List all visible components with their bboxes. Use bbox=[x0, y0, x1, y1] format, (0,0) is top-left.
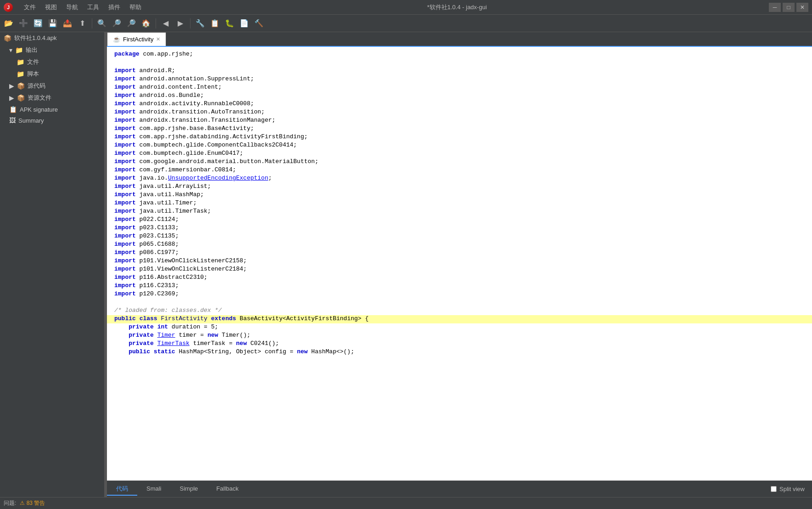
settings-button[interactable]: 🔨 bbox=[252, 17, 266, 30]
menu-help[interactable]: 帮助 bbox=[126, 2, 145, 12]
keyword: public bbox=[114, 348, 150, 356]
sidebar-item-output[interactable]: ▾ 📁 输出 bbox=[0, 44, 104, 56]
keyword: new bbox=[236, 340, 246, 348]
sidebar-item-apk-signature[interactable]: 📋 APK signature bbox=[0, 104, 104, 115]
debug-button[interactable]: 🐛 bbox=[223, 17, 236, 30]
code-text: java.util.ArrayList; bbox=[136, 183, 211, 191]
sidebar-item-files[interactable]: 📁 文件 bbox=[0, 56, 104, 68]
menu-file[interactable]: 文件 bbox=[20, 2, 39, 12]
close-button[interactable]: ✕ bbox=[796, 3, 808, 12]
home-button[interactable]: 🏠 bbox=[139, 17, 153, 30]
keyword: import bbox=[114, 67, 136, 75]
code-line-28: import p116.AbstractC2310; bbox=[107, 274, 812, 282]
code-line-20: import java.util.TimerTask; bbox=[107, 208, 812, 216]
smali-button[interactable]: 📋 bbox=[208, 17, 222, 30]
keyword: import bbox=[114, 199, 136, 208]
open-button[interactable]: 📂 bbox=[2, 17, 16, 30]
sidebar-item-resources[interactable]: ▶ 📦 资源文件 bbox=[0, 92, 104, 104]
bottom-tab-bar: 代码 Smali Simple Fallback Split view bbox=[107, 481, 812, 497]
sidebar-root-label: 软件社1.0.4.apk bbox=[14, 34, 57, 42]
window-title: *软件社1.0.4 - jadx-gui bbox=[145, 3, 769, 11]
export-gradle-button[interactable]: ⬆ bbox=[75, 17, 89, 30]
tab-smali[interactable]: Smali bbox=[137, 483, 171, 495]
sidebar-label-resources: 资源文件 bbox=[28, 94, 51, 102]
keyword: import bbox=[114, 150, 136, 158]
code-text bbox=[157, 315, 161, 323]
code-text bbox=[136, 315, 140, 323]
sidebar-item-source[interactable]: ▶ 📦 源代码 bbox=[0, 80, 104, 92]
minimize-button[interactable]: ─ bbox=[769, 3, 781, 12]
keyword: private bbox=[114, 340, 154, 348]
code-text bbox=[154, 323, 157, 332]
code-text: p101.ViewOnClickListenerC2158; bbox=[136, 257, 247, 266]
sig-icon: 📋 bbox=[9, 106, 17, 113]
tab-simple[interactable]: Simple bbox=[171, 483, 207, 495]
code-text: timer = bbox=[175, 332, 207, 340]
code-line-31 bbox=[107, 299, 812, 307]
search-class-button[interactable]: 🔎 bbox=[124, 17, 138, 30]
code-text: duration = 5; bbox=[168, 323, 218, 332]
code-line-33: public class FirstActivity extends BaseA… bbox=[107, 315, 812, 323]
log-button[interactable]: 📄 bbox=[237, 17, 251, 30]
package-icon-source: 📦 bbox=[17, 82, 25, 90]
code-line-14: import com.google.android.material.butto… bbox=[107, 158, 812, 166]
expand-icon-source: ▶ bbox=[9, 82, 14, 90]
code-line-19: import java.util.Timer; bbox=[107, 199, 812, 208]
keyword: int bbox=[157, 323, 168, 332]
warning-count: ⚠ 83 警告 bbox=[20, 499, 45, 507]
decompile-button[interactable]: 🔧 bbox=[193, 17, 207, 30]
tab-bar: ☕ FirstActivity ✕ bbox=[107, 32, 812, 47]
tab-first-activity[interactable]: ☕ FirstActivity ✕ bbox=[107, 32, 166, 46]
code-text: com.app.rjshe.base.BaseActivity; bbox=[136, 125, 254, 133]
sidebar-label-files: 文件 bbox=[27, 58, 39, 66]
sidebar-label-apk-signature: APK signature bbox=[20, 106, 58, 113]
tab-close-button[interactable]: ✕ bbox=[156, 36, 160, 42]
comment: /* loaded from: classes.dex */ bbox=[114, 307, 222, 315]
issue-label: 问题: bbox=[4, 499, 16, 507]
save-button[interactable]: 💾 bbox=[46, 17, 60, 30]
code-text bbox=[150, 348, 154, 356]
sidebar-label-output: 输出 bbox=[26, 46, 38, 54]
apk-icon: 📦 bbox=[4, 34, 11, 42]
code-line-25: import p086.C1977; bbox=[107, 249, 812, 257]
menu-bar: 文件 视图 导航 工具 插件 帮助 bbox=[20, 2, 145, 12]
split-view-checkbox[interactable] bbox=[771, 486, 777, 492]
app-icon: J bbox=[4, 3, 13, 12]
code-line-18: import java.util.HashMap; bbox=[107, 191, 812, 199]
add-button[interactable]: ➕ bbox=[17, 17, 30, 30]
keyword: import bbox=[114, 282, 136, 290]
find-usage-button[interactable]: 🔎 bbox=[110, 17, 123, 30]
code-line-35: private Timer timer = new Timer(); bbox=[107, 332, 812, 340]
keyword: import bbox=[114, 232, 136, 241]
menu-navigate[interactable]: 导航 bbox=[62, 2, 82, 12]
link-timertask[interactable]: TimerTask bbox=[157, 340, 190, 348]
link-timer[interactable]: Timer bbox=[157, 332, 175, 340]
code-line-3: import android.R; bbox=[107, 67, 812, 75]
toolbar: 📂 ➕ 🔄 💾 📤 ⬆ 🔍 🔎 🔎 🏠 ◀ ▶ 🔧 📋 🐛 📄 🔨 bbox=[0, 15, 812, 32]
menu-plugins[interactable]: 插件 bbox=[105, 2, 124, 12]
code-text bbox=[154, 340, 157, 348]
reload-button[interactable]: 🔄 bbox=[31, 17, 45, 30]
tab-code[interactable]: 代码 bbox=[107, 483, 137, 496]
forward-button[interactable]: ▶ bbox=[174, 17, 187, 30]
maximize-button[interactable]: □ bbox=[783, 3, 795, 12]
export-button[interactable]: 📤 bbox=[61, 17, 74, 30]
tab-label: FirstActivity bbox=[123, 36, 153, 43]
toolbar-separator-1 bbox=[92, 18, 92, 28]
search-button[interactable]: 🔍 bbox=[95, 17, 109, 30]
keyword: import bbox=[114, 141, 136, 150]
sidebar-root[interactable]: 📦 软件社1.0.4.apk bbox=[0, 32, 104, 44]
keyword: import bbox=[114, 274, 136, 282]
split-view-label[interactable]: Split view bbox=[779, 486, 805, 492]
split-view-control: Split view bbox=[771, 486, 805, 492]
menu-tools[interactable]: 工具 bbox=[84, 2, 103, 12]
link-unsupported-encoding[interactable]: UnsupportedEncodingException bbox=[168, 175, 268, 183]
menu-view[interactable]: 视图 bbox=[41, 2, 61, 12]
keyword: import bbox=[114, 175, 136, 183]
expand-icon-output: ▾ bbox=[9, 46, 12, 54]
tab-fallback[interactable]: Fallback bbox=[207, 483, 247, 495]
back-button[interactable]: ◀ bbox=[159, 17, 173, 30]
sidebar-item-summary[interactable]: 🖼 Summary bbox=[0, 115, 104, 126]
code-view[interactable]: package com.app.rjshe; import android.R;… bbox=[107, 47, 812, 481]
sidebar-item-scripts[interactable]: 📁 脚本 bbox=[0, 68, 104, 80]
